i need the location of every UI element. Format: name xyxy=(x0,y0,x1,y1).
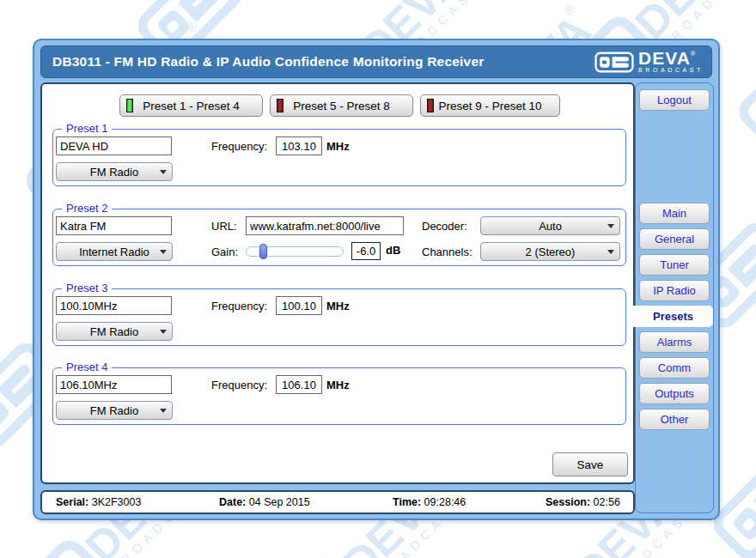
preset-4-type-value: FM Radio xyxy=(90,404,138,417)
sidebar-item-comm[interactable]: Comm xyxy=(639,357,710,379)
time-status: Time: 09:28:46 xyxy=(393,496,466,508)
preset-2-type-select[interactable]: Internet Radio xyxy=(56,242,173,261)
preset-2-gain-unit: dB xyxy=(386,244,400,257)
preset-1-type-select[interactable]: FM Radio xyxy=(56,162,173,181)
preset-2-decoder-value: Auto xyxy=(539,220,562,233)
chevron-down-icon xyxy=(160,409,167,413)
tab-preset-5-8[interactable]: Preset 5 - Preset 8 xyxy=(270,94,413,117)
preset-2-channels-select[interactable]: 2 (Stereo) xyxy=(480,242,620,261)
preset-3-frequency-input[interactable] xyxy=(276,296,322,315)
preset-2-legend: Preset 2 xyxy=(62,202,112,215)
preset-1-frequency-label: Frequency: xyxy=(211,140,267,153)
preset-2-url-label: URL: xyxy=(211,220,237,233)
preset-4-legend: Preset 4 xyxy=(62,361,112,373)
preset-4-frequency-input[interactable] xyxy=(276,375,322,394)
preset-2-group: Preset 2 URL: Decoder: Auto Internet Rad… xyxy=(52,209,626,266)
tab-label: Preset 1 - Preset 4 xyxy=(143,100,240,112)
logout-button[interactable]: Logout xyxy=(639,89,710,111)
chevron-down-icon xyxy=(607,224,614,228)
preset-3-type-value: FM Radio xyxy=(90,325,138,338)
date-status: Date: 04 Sep 2015 xyxy=(219,496,310,508)
tab-preset-9-10[interactable]: Preset 9 - Preset 10 xyxy=(420,94,560,117)
brand-text: DEVA ® BROADCAST xyxy=(638,50,704,74)
chevron-down-icon xyxy=(607,250,614,254)
chevron-down-icon xyxy=(160,170,167,174)
preset-4-name-input[interactable] xyxy=(56,375,172,394)
preset-4-frequency-unit: MHz xyxy=(326,379,350,391)
sidebar-item-tuner[interactable]: Tuner xyxy=(639,254,710,276)
serial-status: Serial: 3K2F3003 xyxy=(56,496,141,508)
preset-2-channels-label: Channels: xyxy=(422,246,472,258)
sidebar-item-presets[interactable]: Presets xyxy=(633,306,713,327)
date-label: Date: xyxy=(219,496,246,508)
preset-4-group: Preset 4 Frequency: MHz FM Radio xyxy=(52,367,626,425)
deva-db-monogram-icon xyxy=(594,52,634,73)
preset-3-group: Preset 3 Frequency: MHz FM Radio xyxy=(52,288,626,346)
preset-3-legend: Preset 3 xyxy=(62,282,112,294)
led-indicator-icon xyxy=(427,99,434,112)
serial-label: Serial: xyxy=(56,496,88,508)
save-button[interactable]: Save xyxy=(552,452,628,476)
title-bar: DB3011 - FM HD Radio & IP Audio Confiden… xyxy=(40,45,712,78)
preset-1-type-value: FM Radio xyxy=(90,166,138,179)
preset-3-frequency-label: Frequency: xyxy=(211,300,267,312)
session-status: Session: 02:56 xyxy=(546,496,620,508)
preset-2-channels-value: 2 (Stereo) xyxy=(526,246,576,258)
sidebar-item-outputs[interactable]: Outputs xyxy=(639,383,710,404)
sidebar-item-other[interactable]: Other xyxy=(639,409,710,430)
sidebar-item-general[interactable]: General xyxy=(639,228,710,250)
tab-label: Preset 5 - Preset 8 xyxy=(293,100,390,112)
time-label: Time: xyxy=(393,496,421,508)
preset-3-frequency-unit: MHz xyxy=(326,300,350,312)
tab-preset-1-4[interactable]: Preset 1 - Preset 4 xyxy=(119,94,263,117)
sidebar-item-ip-radio[interactable]: IP Radio xyxy=(639,280,710,301)
preset-4-frequency-label: Frequency: xyxy=(211,379,267,391)
preset-1-name-input[interactable] xyxy=(56,136,172,155)
serial-value: 3K2F3003 xyxy=(92,496,142,508)
preset-2-name-input[interactable] xyxy=(56,216,172,235)
preset-3-name-input[interactable] xyxy=(56,296,172,315)
preset-2-gain-value-input[interactable] xyxy=(351,242,381,260)
session-label: Session: xyxy=(546,496,590,508)
brand-subtitle: BROADCAST xyxy=(638,67,704,74)
gain-slider[interactable] xyxy=(246,246,344,257)
chevron-down-icon xyxy=(160,250,167,254)
time-value: 09:28:46 xyxy=(424,496,466,508)
preset-3-type-select[interactable]: FM Radio xyxy=(56,322,173,341)
preset-4-type-select[interactable]: FM Radio xyxy=(56,401,173,420)
preset-2-gain-label: Gain: xyxy=(211,246,238,258)
brand-name: DEVA xyxy=(638,50,691,66)
sidebar-item-main[interactable]: Main xyxy=(639,203,710,224)
session-value: 02:56 xyxy=(594,496,620,508)
preset-2-decoder-select[interactable]: Auto xyxy=(480,216,620,235)
gain-slider-thumb[interactable] xyxy=(259,244,267,259)
status-bar: Serial: 3K2F3003 Date: 04 Sep 2015 Time:… xyxy=(40,490,635,514)
registered-mark: ® xyxy=(691,51,696,58)
deva-logo: DEVA ® BROADCAST xyxy=(594,50,704,74)
sidebar: Logout Main General Tuner IP Radio Prese… xyxy=(635,82,714,513)
preset-1-frequency-unit: MHz xyxy=(326,140,350,153)
preset-1-legend: Preset 1 xyxy=(62,122,112,135)
app-window: DB3011 - FM HD Radio & IP Audio Confiden… xyxy=(33,39,720,520)
led-indicator-icon xyxy=(277,99,284,112)
preset-2-type-value: Internet Radio xyxy=(79,246,149,258)
sidebar-item-alarms[interactable]: Alarms xyxy=(639,331,710,353)
chevron-down-icon xyxy=(160,330,167,334)
preset-1-group: Preset 1 Frequency: MHz FM Radio xyxy=(52,129,626,186)
page-title: DB3011 - FM HD Radio & IP Audio Confiden… xyxy=(41,54,484,70)
preset-2-decoder-label: Decoder: xyxy=(422,220,467,233)
preset-1-frequency-input[interactable] xyxy=(276,136,322,155)
tab-label: Preset 9 - Preset 10 xyxy=(438,100,541,112)
date-value: 04 Sep 2015 xyxy=(249,496,310,508)
preset-2-url-input[interactable] xyxy=(246,216,404,235)
led-indicator-icon xyxy=(126,99,133,112)
content-panel: Preset 1 - Preset 4 Preset 5 - Preset 8 … xyxy=(40,82,635,484)
